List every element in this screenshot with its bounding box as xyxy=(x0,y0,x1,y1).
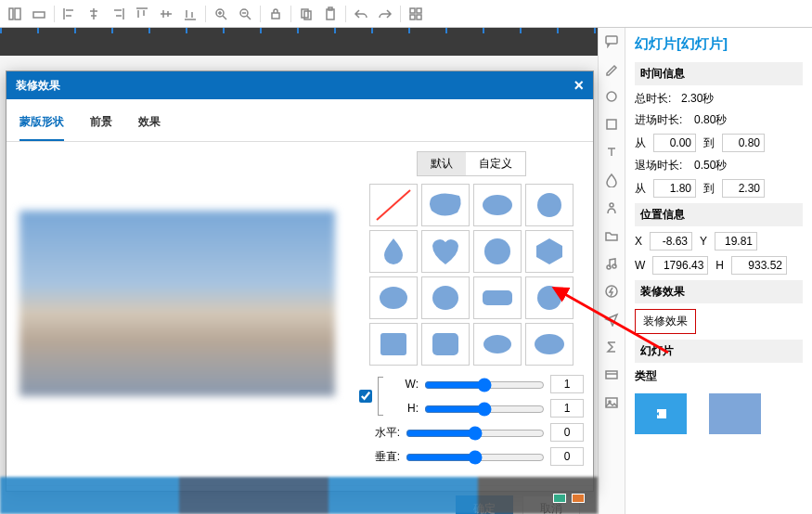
y-input[interactable] xyxy=(715,232,757,251)
svg-rect-23 xyxy=(380,333,406,355)
lock-icon[interactable] xyxy=(264,3,287,25)
slider-w-label: W: xyxy=(391,378,419,391)
modal-title: 装修效果 xyxy=(16,78,60,94)
align-middle-icon[interactable] xyxy=(155,3,177,25)
svg-line-14 xyxy=(377,190,410,220)
pencil-icon[interactable] xyxy=(602,59,621,78)
svg-point-25 xyxy=(483,335,511,353)
tab-foreground[interactable]: 前景 xyxy=(90,109,112,141)
text-icon[interactable] xyxy=(602,143,621,161)
shape-blot1[interactable] xyxy=(369,276,418,319)
enter-label: 进场时长: xyxy=(635,112,687,128)
type-card-1[interactable] xyxy=(635,393,687,434)
align-center-icon[interactable] xyxy=(83,3,105,25)
music-icon[interactable] xyxy=(602,254,621,273)
card-icon[interactable] xyxy=(602,366,621,384)
plane-icon[interactable] xyxy=(602,310,621,328)
slider-vertical[interactable] xyxy=(406,450,545,465)
flash-icon[interactable] xyxy=(602,282,621,301)
slider-hor-value[interactable] xyxy=(550,423,584,442)
shape-polygon[interactable] xyxy=(525,230,574,273)
x-input[interactable] xyxy=(650,232,692,251)
person-icon[interactable] xyxy=(602,199,621,217)
slider-hor-label: 水平: xyxy=(359,425,400,441)
canvas-area: 装修效果 × 蒙版形状 前景 效果 默认 自定义 xyxy=(0,28,598,514)
enter-from-input[interactable] xyxy=(653,134,696,152)
image-icon[interactable] xyxy=(602,393,621,412)
tab-effect[interactable]: 效果 xyxy=(138,109,161,141)
modal-header: 装修效果 × xyxy=(6,71,593,99)
svg-point-20 xyxy=(432,286,458,310)
shape-cloud1[interactable] xyxy=(473,184,522,226)
sliders: W: H: xyxy=(359,375,584,466)
total-value: 2.30秒 xyxy=(681,91,714,107)
shape-circle[interactable] xyxy=(473,230,522,273)
sub-tab-custom[interactable]: 自定义 xyxy=(466,152,525,175)
svg-point-16 xyxy=(537,193,561,217)
to-label: 到 xyxy=(703,135,715,151)
zoom-in-icon[interactable] xyxy=(210,3,232,25)
timeline-badges xyxy=(553,494,585,503)
shape-brush1[interactable] xyxy=(421,184,470,226)
redo-icon[interactable] xyxy=(374,3,396,25)
svg-rect-24 xyxy=(432,333,458,355)
exit-to-input[interactable] xyxy=(722,179,765,198)
shape-splash1[interactable] xyxy=(525,184,574,226)
chat-icon[interactable] xyxy=(602,32,621,50)
sub-tab-default[interactable]: 默认 xyxy=(418,152,466,175)
drop-icon[interactable] xyxy=(602,171,621,189)
align-right-icon[interactable] xyxy=(107,3,129,25)
svg-point-30 xyxy=(610,203,613,207)
type-card-2[interactable] xyxy=(709,393,761,434)
to-label-2: 到 xyxy=(703,181,715,197)
shape-heart[interactable] xyxy=(421,230,470,273)
circle-tool-icon[interactable] xyxy=(602,87,621,106)
slider-horizontal[interactable] xyxy=(406,426,545,441)
sigma-icon[interactable] xyxy=(602,338,621,356)
exit-value: 0.50秒 xyxy=(694,158,727,173)
w-label: W xyxy=(635,259,645,272)
shape-square2[interactable] xyxy=(421,323,470,366)
tab-mask-shape[interactable]: 蒙版形状 xyxy=(19,109,64,141)
from-label: 从 xyxy=(635,135,646,151)
h-input[interactable] xyxy=(731,256,787,275)
align-top-icon[interactable] xyxy=(131,3,153,25)
shape-tool-icon[interactable] xyxy=(602,115,621,134)
layout-icon[interactable] xyxy=(4,3,26,25)
shape-blot3[interactable] xyxy=(525,276,574,319)
svg-rect-27 xyxy=(606,36,617,44)
properties-panel: 幻灯片[幻灯片] 时间信息 总时长:2.30秒 进场时长:0.80秒 从 到 退… xyxy=(625,28,812,514)
paste-icon[interactable] xyxy=(319,3,342,25)
decoration-button[interactable]: 装修效果 xyxy=(635,309,696,334)
wh-lock-checkbox[interactable] xyxy=(359,390,372,403)
shape-none[interactable] xyxy=(369,184,418,226)
slider-h-value[interactable] xyxy=(550,399,584,418)
shape-spray2[interactable] xyxy=(525,323,574,366)
folder-icon[interactable] xyxy=(602,226,621,245)
y-label: Y xyxy=(700,235,707,248)
zoom-out-icon[interactable] xyxy=(234,3,256,25)
grid-icon[interactable] xyxy=(405,3,427,25)
slider-ver-label: 垂直: xyxy=(359,449,400,465)
copy-icon[interactable] xyxy=(295,3,317,25)
w-input[interactable] xyxy=(652,256,708,275)
shape-square1[interactable] xyxy=(369,323,418,366)
undo-icon[interactable] xyxy=(350,3,372,25)
shape-drop[interactable] xyxy=(369,230,418,273)
svg-rect-1 xyxy=(15,8,20,19)
slider-ver-value[interactable] xyxy=(550,447,584,466)
section-position: 位置信息 xyxy=(635,203,803,226)
slider-h[interactable] xyxy=(424,402,545,417)
shape-brush2[interactable] xyxy=(473,276,522,319)
exit-from-input[interactable] xyxy=(653,179,696,198)
crop-icon[interactable] xyxy=(28,3,50,25)
enter-to-input[interactable] xyxy=(722,134,765,152)
align-bottom-icon[interactable] xyxy=(179,3,201,25)
slider-w[interactable] xyxy=(424,378,545,392)
timeline[interactable] xyxy=(0,477,598,514)
align-left-icon[interactable] xyxy=(58,3,81,25)
close-icon[interactable]: × xyxy=(574,76,584,96)
slider-w-value[interactable] xyxy=(550,375,584,393)
shape-blot2[interactable] xyxy=(421,276,470,319)
shape-spray1[interactable] xyxy=(473,323,522,366)
